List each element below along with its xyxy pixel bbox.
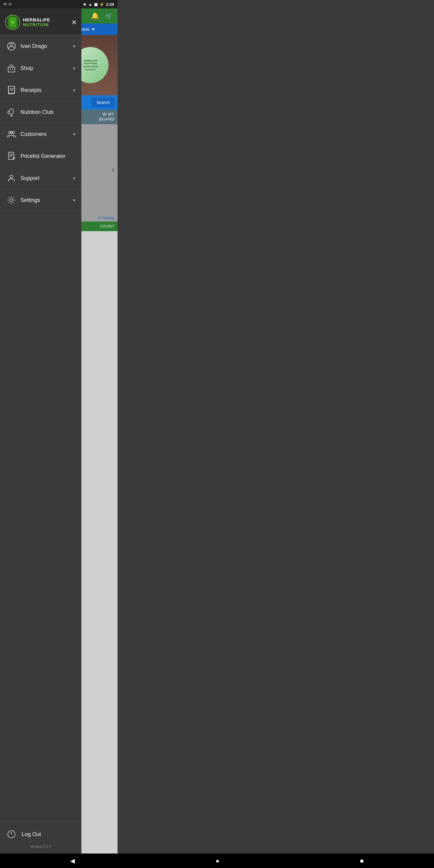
- user-icon: [6, 41, 17, 52]
- sidebar-shop-label: Shop: [21, 65, 73, 71]
- pricelist-icon: [6, 151, 17, 161]
- wifi-icon: ▲: [88, 2, 92, 7]
- next-chevron-icon[interactable]: ›: [112, 164, 115, 174]
- logo-text: HERBALIFE NUTRITION: [23, 18, 50, 27]
- sidebar-item-settings[interactable]: Settings ▾: [0, 189, 82, 211]
- version-text: Version:2.0.7: [6, 844, 75, 849]
- sidebar-item-user[interactable]: Ivan Drago ▾: [0, 35, 82, 57]
- svg-point-18: [10, 131, 13, 134]
- svg-rect-7: [8, 67, 15, 72]
- svg-rect-13: [10, 109, 13, 114]
- record-icon: ⊙: [8, 2, 11, 6]
- support-chevron-icon: ▾: [73, 176, 75, 181]
- sidebar-footer: Log Out Version:2.0.7: [0, 821, 82, 854]
- svg-point-6: [10, 43, 13, 46]
- logo-area: HERBALIFE NUTRITION: [5, 14, 50, 30]
- user-chevron-icon: ▾: [73, 43, 75, 49]
- dashboard-text: W MYBOARD: [99, 112, 115, 122]
- sidebar-settings-label: Settings: [21, 197, 73, 204]
- sim-icon: ▣: [94, 2, 98, 7]
- sidebar-item-nutrition-club[interactable]: Nutrition Club: [0, 101, 82, 123]
- shop-icon: [6, 63, 17, 73]
- svg-point-4: [11, 21, 14, 24]
- logo-herbalife-text: HERBALIFE: [23, 18, 50, 23]
- sidebar-receipts-label: Receipts: [21, 87, 73, 93]
- status-left-icons: ✉ ⊙: [4, 2, 11, 6]
- logout-label: Log Out: [22, 831, 41, 838]
- shop-chevron-icon: ▾: [73, 65, 75, 71]
- time-display: 2:29: [106, 2, 114, 7]
- receipts-icon: [6, 85, 17, 96]
- nav-items-list: Ivan Drago ▾ Shop ▾: [0, 35, 82, 821]
- svg-point-25: [10, 198, 13, 202]
- logout-button[interactable]: Log Out: [6, 827, 75, 842]
- sidebar-nutrition-club-label: Nutrition Club: [21, 109, 75, 116]
- svg-point-9: [12, 69, 13, 70]
- battery-icon: ⚡: [99, 2, 104, 7]
- sidebar-menu: HERBALIFE NUTRITION × Ivan Drago ▾: [0, 8, 82, 854]
- notification-icon[interactable]: 🔔: [91, 12, 99, 20]
- status-right-icons: ★ ▲ ▣ ⚡ 2:29: [83, 2, 114, 7]
- sidebar-pricelist-label: Pricelist Generator: [21, 153, 75, 159]
- logo-nutrition-text: NUTRITION: [23, 23, 50, 27]
- settings-chevron-icon: ▾: [73, 197, 75, 203]
- sidebar-item-pricelist[interactable]: Pricelist Generator: [0, 145, 82, 167]
- address-chevron-icon: ▼: [91, 27, 95, 32]
- app-container: 🔔 🛒 , WI 54729-2848 ▼ HERBALIFENUTRITION…: [0, 8, 118, 854]
- bluetooth-icon: ★: [83, 2, 87, 7]
- logout-icon: [6, 829, 17, 840]
- close-menu-button[interactable]: ×: [72, 18, 76, 27]
- nutrition-club-icon: [6, 107, 17, 118]
- sidebar-item-support[interactable]: Support ▾: [0, 167, 82, 189]
- support-icon: [6, 173, 17, 184]
- sidebar-user-label: Ivan Drago: [21, 43, 73, 50]
- sidebar-item-customers[interactable]: Customers ▾: [0, 123, 82, 145]
- search-button[interactable]: Search: [92, 98, 115, 107]
- sidebar-header: HERBALIFE NUTRITION ×: [0, 8, 82, 35]
- svg-rect-19: [8, 152, 14, 159]
- sidebar-support-label: Support: [21, 175, 73, 181]
- customers-chevron-icon: ▾: [73, 131, 75, 137]
- customers-icon: [6, 129, 17, 140]
- settings-icon: [6, 195, 17, 206]
- sidebar-item-shop[interactable]: Shop ▾: [0, 57, 82, 79]
- products-text: O Tablets: [98, 216, 115, 220]
- receipts-chevron-icon: ▾: [73, 87, 75, 93]
- status-bar: ✉ ⊙ ★ ▲ ▣ ⚡ 2:29: [0, 0, 118, 8]
- gmail-icon: ✉: [4, 2, 7, 6]
- svg-point-24: [10, 175, 13, 178]
- svg-rect-10: [8, 86, 14, 93]
- cart-icon[interactable]: 🛒: [105, 12, 113, 20]
- count-label: COUNT: [100, 224, 115, 228]
- svg-point-8: [10, 69, 11, 70]
- herbalife-logo-icon: [5, 14, 21, 30]
- sidebar-item-receipts[interactable]: Receipts ▾: [0, 79, 82, 101]
- sidebar-customers-label: Customers: [21, 131, 73, 137]
